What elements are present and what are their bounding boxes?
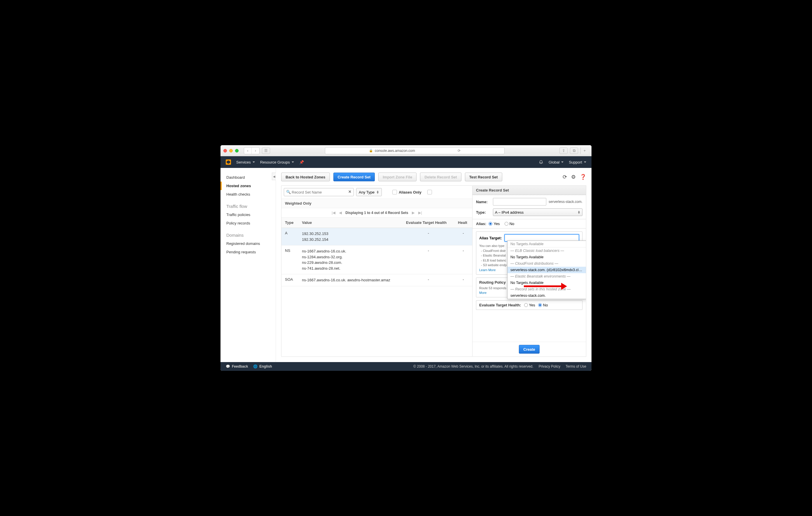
cell-type: SOA	[282, 274, 298, 286]
table-row[interactable]: SOAns-1667.awsdns-16.co.uk. awsdns-hostm…	[282, 274, 472, 286]
col-value[interactable]: Value	[298, 217, 403, 228]
pin-icon[interactable]: 📌	[299, 160, 304, 164]
routing-more-link[interactable]: More	[479, 291, 487, 295]
minimize-window-icon[interactable]	[229, 149, 233, 152]
reload-icon[interactable]: ⟳	[458, 149, 461, 153]
cell-eth: -	[403, 228, 455, 245]
table-row[interactable]: NSns-1667.awsdns-16.co.uk.ns-1284.awsdns…	[282, 245, 472, 274]
sidebar-item-policy-records[interactable]: Policy records	[221, 219, 276, 227]
dd-item-no-targets[interactable]: No Targets Available	[508, 241, 586, 247]
test-record-set-button[interactable]: Test Record Set	[465, 173, 502, 181]
refresh-icon[interactable]: ⟳	[562, 174, 567, 180]
delete-record-set-button[interactable]: Delete Record Set	[420, 173, 461, 181]
language-selector[interactable]: 🌐 English	[253, 364, 272, 368]
record-type-select[interactable]: A – IPv4 address ▲▼	[493, 208, 582, 216]
dd-item-record-set[interactable]: serverless-stack.com.	[508, 293, 586, 299]
share-icon[interactable]: ⇪	[559, 148, 568, 154]
page-prev-icon[interactable]: ◀	[339, 211, 342, 215]
gear-icon[interactable]: ⚙	[571, 174, 576, 180]
weighted-only-label: Weighted Only	[282, 199, 472, 208]
dd-item-no-targets[interactable]: No Targets Available	[508, 254, 586, 260]
cell-value: 192.30.252.153192.30.252.154	[298, 228, 403, 245]
new-tab-icon[interactable]: +	[580, 148, 588, 154]
resource-groups-menu[interactable]: Resource Groups	[260, 160, 294, 164]
nav-back-forward[interactable]: ‹ ›	[244, 147, 260, 154]
pager: |◀ ◀ Displaying 1 to 4 out of 4 Record S…	[282, 208, 472, 217]
sidebar-heading-domains: Domains	[221, 227, 276, 239]
page-first-icon[interactable]: |◀	[331, 211, 336, 215]
services-menu[interactable]: Services	[236, 160, 255, 164]
records-area: 🔍 ✕ Any Type ▲▼ Aliases Only	[281, 185, 586, 357]
type-value: A – IPv4 address	[495, 210, 524, 215]
sidebar-item-traffic-policies[interactable]: Traffic policies	[221, 211, 276, 219]
speech-bubble-icon: 💬	[226, 364, 230, 368]
evaluate-target-health-box: Evaluate Target Health: Yes No	[476, 300, 582, 310]
feedback-link[interactable]: 💬 Feedback	[226, 364, 248, 368]
resource-groups-label: Resource Groups	[260, 160, 290, 164]
create-button[interactable]: Create	[519, 345, 539, 354]
tabs-icon[interactable]: ⧉	[570, 148, 578, 154]
eth-yes-radio[interactable]: Yes	[524, 303, 535, 307]
collapse-sidebar-icon[interactable]: ◀	[272, 173, 276, 180]
eth-no-radio[interactable]: No	[538, 303, 548, 307]
radio-icon	[504, 222, 509, 225]
alias-yes-radio[interactable]: Yes	[489, 221, 500, 226]
dd-group-beanstalk: — Elastic Beanstalk environments —	[508, 273, 586, 280]
records-table: Type Value Evaluate Target Health Healt …	[282, 217, 472, 286]
col-health[interactable]: Healt	[455, 217, 472, 228]
record-name-input[interactable]	[493, 198, 546, 206]
sidebar-toggle-icon[interactable]: ☰	[262, 148, 270, 154]
dd-item-no-targets[interactable]: No Targets Available	[508, 280, 586, 286]
browser-chrome: ‹ › ☰ 🔒 console.aws.amazon.com ⟳ ⇪ ⧉ +	[221, 145, 591, 156]
region-menu[interactable]: Global	[549, 160, 564, 164]
panel-title: Create Record Set	[472, 186, 586, 195]
toolbar: Back to Hosted Zones Create Record Set I…	[281, 173, 586, 181]
learn-more-link[interactable]: Learn More	[479, 268, 496, 272]
aliases-only-checkbox[interactable]	[392, 190, 397, 194]
page-last-icon[interactable]: ▶|	[418, 211, 422, 215]
sidebar-item-dashboard[interactable]: Dashboard	[221, 173, 276, 182]
help-icon[interactable]: ❓	[580, 174, 586, 180]
maximize-window-icon[interactable]	[235, 149, 239, 152]
dd-group-elb-classic: — ELB Classic load balancers —	[508, 247, 586, 254]
forward-icon[interactable]: ›	[252, 148, 259, 154]
clear-search-icon[interactable]: ✕	[348, 189, 351, 194]
create-record-panel: Create Record Set Name: serverless-stack…	[472, 185, 586, 357]
notifications-icon[interactable]	[539, 159, 543, 165]
alias-target-label: Alias Target:	[479, 236, 502, 240]
aws-top-bar: Services Resource Groups 📌 Global Suppor…	[221, 156, 591, 168]
cell-eth: -	[403, 245, 455, 274]
filter-row: 🔍 ✕ Any Type ▲▼ Aliases Only	[282, 186, 472, 199]
privacy-policy-link[interactable]: Privacy Policy	[539, 364, 560, 368]
col-eth[interactable]: Evaluate Target Health	[403, 217, 455, 228]
extra-checkbox[interactable]	[427, 190, 432, 194]
create-record-set-button[interactable]: Create Record Set	[334, 173, 375, 181]
type-filter-select[interactable]: Any Type ▲▼	[356, 188, 382, 196]
aws-logo-icon[interactable]	[226, 159, 231, 165]
alias-no-radio[interactable]: No	[504, 221, 515, 226]
sidebar-item-pending-requests[interactable]: Pending requests	[221, 248, 276, 256]
aliases-only-row[interactable]: Aliases Only	[392, 190, 422, 194]
import-zone-file-button[interactable]: Import Zone File	[378, 173, 416, 181]
sidebar-item-health-checks[interactable]: Health checks	[221, 190, 276, 199]
dd-item-cloudfront-dist[interactable]: serverless-stack.com. (d1r8102xi6mdx3.cl…	[508, 267, 586, 273]
page-next-icon[interactable]: ▶	[412, 211, 415, 215]
chevron-down-icon	[292, 161, 294, 164]
terms-of-use-link[interactable]: Terms of Use	[566, 364, 586, 368]
url-bar[interactable]: 🔒 console.aws.amazon.com ⟳	[325, 147, 504, 154]
alias-target-dropdown[interactable]: No Targets Available — ELB Classic load …	[507, 241, 586, 299]
record-search-input[interactable]	[284, 188, 354, 196]
table-row[interactable]: A192.30.252.153192.30.252.154--	[282, 228, 472, 245]
sidebar: ◀ Dashboard Hosted zones Health checks T…	[221, 168, 276, 362]
name-row: Name: serverless-stack.com.	[476, 198, 582, 206]
back-icon[interactable]: ‹	[244, 148, 252, 154]
sidebar-item-registered-domains[interactable]: Registered domains	[221, 239, 276, 248]
col-type[interactable]: Type	[282, 217, 298, 228]
close-window-icon[interactable]	[224, 149, 227, 152]
content: Back to Hosted Zones Create Record Set I…	[276, 168, 591, 362]
window-controls	[224, 149, 239, 152]
support-menu[interactable]: Support	[569, 160, 586, 164]
sidebar-item-hosted-zones[interactable]: Hosted zones	[221, 182, 276, 190]
back-to-hosted-zones-button[interactable]: Back to Hosted Zones	[281, 173, 330, 181]
main: ◀ Dashboard Hosted zones Health checks T…	[221, 168, 591, 362]
